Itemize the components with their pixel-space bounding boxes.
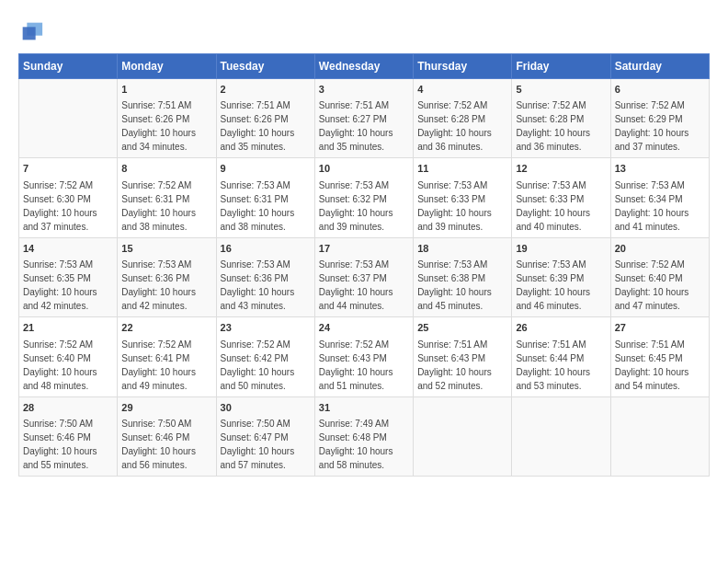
day-number: 30 (221, 401, 311, 415)
calendar-cell: 1Sunrise: 7:51 AM Sunset: 6:26 PM Daylig… (118, 79, 216, 158)
calendar-cell: 31Sunrise: 7:49 AM Sunset: 6:48 PM Dayli… (314, 396, 413, 476)
day-number: 20 (615, 242, 705, 256)
day-number: 13 (615, 162, 705, 176)
day-number: 8 (121, 162, 211, 176)
calendar-cell: 24Sunrise: 7:52 AM Sunset: 6:43 PM Dayli… (314, 317, 413, 396)
calendar-week-row: 14Sunrise: 7:53 AM Sunset: 6:35 PM Dayli… (19, 237, 710, 316)
logo (18, 18, 48, 44)
calendar-cell (512, 396, 610, 476)
calendar-cell: 11Sunrise: 7:53 AM Sunset: 6:33 PM Dayli… (414, 158, 512, 237)
page-header (18, 18, 710, 44)
day-number: 14 (23, 242, 113, 256)
day-detail: Sunrise: 7:52 AM Sunset: 6:40 PM Dayligh… (23, 339, 97, 391)
day-number: 19 (516, 242, 606, 256)
header-friday: Friday (512, 54, 610, 79)
day-detail: Sunrise: 7:52 AM Sunset: 6:43 PM Dayligh… (319, 339, 393, 391)
day-detail: Sunrise: 7:52 AM Sunset: 6:28 PM Dayligh… (417, 100, 492, 152)
day-detail: Sunrise: 7:51 AM Sunset: 6:26 PM Dayligh… (121, 100, 196, 152)
calendar-cell: 17Sunrise: 7:53 AM Sunset: 6:37 PM Dayli… (314, 237, 413, 316)
calendar-cell: 10Sunrise: 7:53 AM Sunset: 6:32 PM Dayli… (314, 158, 413, 237)
calendar-cell: 23Sunrise: 7:52 AM Sunset: 6:42 PM Dayli… (216, 317, 314, 396)
day-detail: Sunrise: 7:53 AM Sunset: 6:32 PM Dayligh… (319, 180, 393, 232)
day-number: 21 (23, 321, 113, 335)
day-detail: Sunrise: 7:49 AM Sunset: 6:48 PM Dayligh… (319, 419, 393, 470)
day-detail: Sunrise: 7:53 AM Sunset: 6:31 PM Dayligh… (221, 180, 295, 232)
day-number: 4 (417, 83, 507, 97)
calendar-cell: 28Sunrise: 7:50 AM Sunset: 6:46 PM Dayli… (19, 396, 118, 476)
day-detail: Sunrise: 7:53 AM Sunset: 6:33 PM Dayligh… (516, 180, 590, 232)
calendar-cell: 21Sunrise: 7:52 AM Sunset: 6:40 PM Dayli… (19, 317, 118, 396)
day-number: 1 (121, 83, 211, 97)
calendar-cell (414, 396, 512, 476)
calendar-week-row: 21Sunrise: 7:52 AM Sunset: 6:40 PM Dayli… (19, 317, 710, 396)
day-number: 18 (417, 242, 507, 256)
day-number: 22 (121, 321, 211, 335)
header-thursday: Thursday (414, 54, 512, 79)
calendar-cell: 16Sunrise: 7:53 AM Sunset: 6:36 PM Dayli… (216, 237, 314, 316)
day-detail: Sunrise: 7:52 AM Sunset: 6:42 PM Dayligh… (221, 339, 295, 391)
calendar-cell: 19Sunrise: 7:53 AM Sunset: 6:39 PM Dayli… (512, 237, 610, 316)
day-number: 29 (121, 401, 211, 415)
day-detail: Sunrise: 7:51 AM Sunset: 6:27 PM Dayligh… (319, 100, 393, 152)
day-detail: Sunrise: 7:52 AM Sunset: 6:40 PM Dayligh… (615, 259, 689, 311)
calendar-week-row: 7Sunrise: 7:52 AM Sunset: 6:30 PM Daylig… (19, 158, 710, 237)
day-detail: Sunrise: 7:52 AM Sunset: 6:29 PM Dayligh… (615, 100, 689, 152)
calendar-cell: 3Sunrise: 7:51 AM Sunset: 6:27 PM Daylig… (314, 79, 413, 158)
calendar-week-row: 28Sunrise: 7:50 AM Sunset: 6:46 PM Dayli… (19, 396, 710, 476)
day-detail: Sunrise: 7:53 AM Sunset: 6:34 PM Dayligh… (615, 180, 689, 232)
day-number: 27 (615, 321, 705, 335)
day-number: 2 (221, 83, 311, 97)
day-number: 5 (516, 83, 606, 97)
day-detail: Sunrise: 7:52 AM Sunset: 6:31 PM Dayligh… (121, 180, 196, 232)
day-number: 11 (417, 162, 507, 176)
day-detail: Sunrise: 7:53 AM Sunset: 6:36 PM Dayligh… (221, 259, 295, 311)
day-detail: Sunrise: 7:51 AM Sunset: 6:44 PM Dayligh… (516, 339, 590, 391)
calendar-cell: 18Sunrise: 7:53 AM Sunset: 6:38 PM Dayli… (414, 237, 512, 316)
header-tuesday: Tuesday (216, 54, 314, 79)
day-detail: Sunrise: 7:53 AM Sunset: 6:39 PM Dayligh… (516, 259, 590, 311)
calendar-cell: 20Sunrise: 7:52 AM Sunset: 6:40 PM Dayli… (610, 237, 709, 316)
day-number: 10 (319, 162, 409, 176)
calendar-week-row: 1Sunrise: 7:51 AM Sunset: 6:26 PM Daylig… (19, 79, 710, 158)
calendar-cell: 6Sunrise: 7:52 AM Sunset: 6:29 PM Daylig… (610, 79, 709, 158)
calendar-cell: 27Sunrise: 7:51 AM Sunset: 6:45 PM Dayli… (610, 317, 709, 396)
calendar-cell: 22Sunrise: 7:52 AM Sunset: 6:41 PM Dayli… (118, 317, 216, 396)
day-number: 16 (221, 242, 311, 256)
calendar-cell: 14Sunrise: 7:53 AM Sunset: 6:35 PM Dayli… (19, 237, 118, 316)
calendar-table: SundayMondayTuesdayWednesdayThursdayFrid… (18, 53, 710, 477)
day-number: 6 (615, 83, 705, 97)
calendar-cell (19, 79, 118, 158)
day-detail: Sunrise: 7:50 AM Sunset: 6:47 PM Dayligh… (221, 419, 295, 470)
day-detail: Sunrise: 7:53 AM Sunset: 6:37 PM Dayligh… (319, 259, 393, 311)
logo-icon (18, 18, 44, 44)
day-detail: Sunrise: 7:52 AM Sunset: 6:41 PM Dayligh… (121, 339, 196, 391)
header-sunday: Sunday (19, 54, 118, 79)
day-detail: Sunrise: 7:53 AM Sunset: 6:36 PM Dayligh… (121, 259, 196, 311)
header-monday: Monday (118, 54, 216, 79)
calendar-cell: 7Sunrise: 7:52 AM Sunset: 6:30 PM Daylig… (19, 158, 118, 237)
day-number: 25 (417, 321, 507, 335)
calendar-header-row: SundayMondayTuesdayWednesdayThursdayFrid… (19, 54, 710, 79)
calendar-cell: 9Sunrise: 7:53 AM Sunset: 6:31 PM Daylig… (216, 158, 314, 237)
day-detail: Sunrise: 7:53 AM Sunset: 6:33 PM Dayligh… (417, 180, 492, 232)
day-detail: Sunrise: 7:53 AM Sunset: 6:35 PM Dayligh… (23, 259, 97, 311)
calendar-cell: 15Sunrise: 7:53 AM Sunset: 6:36 PM Dayli… (118, 237, 216, 316)
day-detail: Sunrise: 7:51 AM Sunset: 6:45 PM Dayligh… (615, 339, 689, 391)
day-detail: Sunrise: 7:52 AM Sunset: 6:28 PM Dayligh… (516, 100, 590, 152)
calendar-cell: 5Sunrise: 7:52 AM Sunset: 6:28 PM Daylig… (512, 79, 610, 158)
calendar-cell: 26Sunrise: 7:51 AM Sunset: 6:44 PM Dayli… (512, 317, 610, 396)
calendar-cell: 8Sunrise: 7:52 AM Sunset: 6:31 PM Daylig… (118, 158, 216, 237)
day-detail: Sunrise: 7:50 AM Sunset: 6:46 PM Dayligh… (121, 419, 196, 470)
day-number: 12 (516, 162, 606, 176)
day-number: 26 (516, 321, 606, 335)
day-detail: Sunrise: 7:51 AM Sunset: 6:43 PM Dayligh… (417, 339, 492, 391)
day-number: 9 (221, 162, 311, 176)
calendar-cell: 25Sunrise: 7:51 AM Sunset: 6:43 PM Dayli… (414, 317, 512, 396)
day-number: 7 (23, 162, 113, 176)
calendar-cell: 2Sunrise: 7:51 AM Sunset: 6:26 PM Daylig… (216, 79, 314, 158)
day-detail: Sunrise: 7:53 AM Sunset: 6:38 PM Dayligh… (417, 259, 492, 311)
calendar-cell: 4Sunrise: 7:52 AM Sunset: 6:28 PM Daylig… (414, 79, 512, 158)
calendar-cell: 30Sunrise: 7:50 AM Sunset: 6:47 PM Dayli… (216, 396, 314, 476)
day-detail: Sunrise: 7:50 AM Sunset: 6:46 PM Dayligh… (23, 419, 97, 470)
day-number: 3 (319, 83, 409, 97)
